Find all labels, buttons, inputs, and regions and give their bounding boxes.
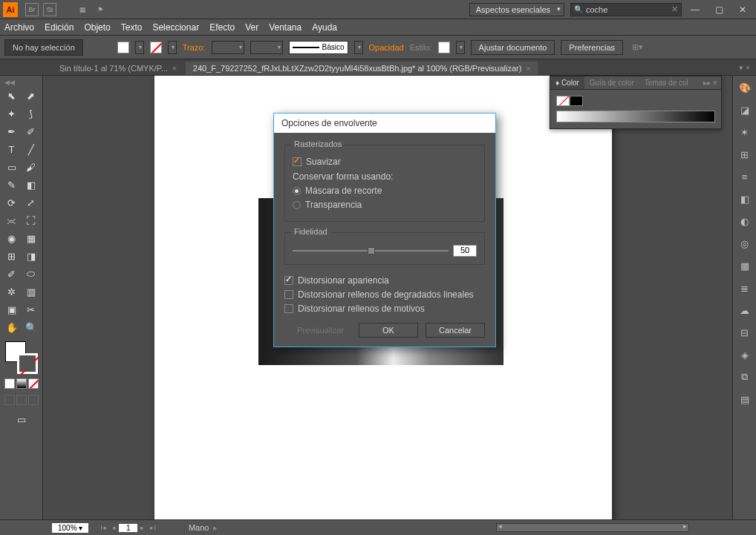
close-tab-icon[interactable]: × (172, 65, 177, 73)
close-button[interactable]: ✕ (732, 3, 753, 16)
color-guide-tab[interactable]: Guía de color (584, 76, 639, 89)
var-width[interactable] (250, 41, 283, 54)
screen-mode-tool[interactable]: ▭ (13, 411, 30, 427)
artboard-tool[interactable]: ▣ (3, 301, 21, 318)
eyedropper-tool[interactable]: ✐ (3, 266, 21, 282)
search-input[interactable]: 🔍coche✕ (570, 3, 682, 16)
menu-texto[interactable]: Texto (121, 22, 143, 33)
slice-tool[interactable]: ✂ (22, 301, 40, 318)
first-artboard-icon[interactable]: I◂ (100, 524, 106, 531)
dist-apariencia-checkbox[interactable] (284, 276, 293, 285)
blend-tool[interactable]: ⬭ (22, 266, 40, 282)
align-panel-icon[interactable]: ⊟ (737, 325, 752, 340)
style-menu[interactable] (456, 41, 465, 54)
next-artboard-icon[interactable]: ▸ (140, 524, 144, 531)
opacity-label[interactable]: Opacidad (369, 43, 404, 52)
fill-swatch[interactable] (117, 42, 129, 53)
dist-degradados-checkbox[interactable] (284, 290, 293, 299)
swatches-panel-icon[interactable]: ◪ (737, 102, 752, 117)
cancel-button[interactable]: Cancelar (426, 323, 485, 338)
last-artboard-icon[interactable]: ▸I (150, 524, 156, 531)
workspace-switcher[interactable]: Aspectos esenciales (469, 3, 564, 16)
dist-motivos-checkbox[interactable] (284, 304, 293, 313)
menu-efecto[interactable]: Efecto (209, 22, 235, 33)
stroke-panel-icon[interactable]: ≡ (737, 169, 752, 184)
rotate-tool[interactable]: ⟳ (3, 194, 21, 211)
pen-tool[interactable]: ✒ (3, 123, 21, 140)
stock-icon[interactable]: St (43, 3, 56, 16)
prev-artboard-icon[interactable]: ◂ (112, 524, 116, 531)
pathfinder-panel-icon[interactable]: ⧉ (737, 370, 752, 384)
suavizar-checkbox[interactable] (293, 157, 302, 166)
line-tool[interactable]: ╱ (22, 141, 40, 157)
transform-panel-icon[interactable]: ◈ (737, 347, 752, 362)
collapse-toolbox-icon[interactable]: ◀◀ (4, 79, 15, 86)
status-menu-icon[interactable]: ▸ (213, 523, 218, 533)
menu-archivo[interactable]: Archivo (4, 22, 34, 33)
stroke-label[interactable]: Trazo: (183, 43, 206, 52)
hand-tool[interactable]: ✋ (3, 319, 21, 335)
appearance-panel-icon[interactable]: ◎ (737, 236, 752, 251)
panel-menu-icon[interactable]: ▸▸ ≡ (700, 76, 721, 89)
minimize-button[interactable]: — (685, 3, 706, 16)
perspective-tool[interactable]: ▦ (22, 230, 40, 246)
maximize-button[interactable]: ▢ (708, 3, 729, 16)
preferences-button[interactable]: Preferencias (561, 40, 623, 55)
document-setup-button[interactable]: Ajustar documento (471, 40, 555, 55)
color-tab[interactable]: ♦ Color (550, 76, 584, 89)
menu-objeto[interactable]: Objeto (84, 22, 110, 33)
actions-panel-icon[interactable]: ▤ (737, 392, 752, 407)
panel-toggle-icon[interactable]: ⊞▾ (632, 42, 643, 52)
brushes-panel-icon[interactable]: ✶ (737, 125, 752, 140)
zoom-tool[interactable]: 🔍 (22, 319, 40, 335)
mascara-radio[interactable] (293, 187, 301, 195)
bridge-icon[interactable]: Br (25, 3, 39, 16)
libraries-panel-icon[interactable]: ☁ (737, 303, 752, 318)
color-panel[interactable]: ♦ Color Guía de color Temas de col ▸▸ ≡ (550, 76, 722, 129)
color-themes-tab[interactable]: Temas de col (639, 76, 694, 89)
stroke-weight[interactable] (212, 41, 244, 54)
ok-button[interactable]: OK (359, 323, 418, 338)
previsualizar-checkbox[interactable] (284, 326, 293, 335)
gradient-tool[interactable]: ◨ (22, 248, 40, 264)
free-transform-tool[interactable]: ⛶ (22, 212, 40, 229)
paintbrush-tool[interactable]: 🖌 (22, 159, 40, 175)
symbols-panel-icon[interactable]: ⊞ (737, 147, 752, 162)
clear-search-icon[interactable]: ✕ (671, 4, 678, 14)
selection-tool[interactable]: ⬉ (3, 88, 21, 104)
brush-def[interactable]: Básico (289, 41, 348, 54)
direct-selection-tool[interactable]: ⬈ (22, 88, 40, 104)
fill-menu[interactable] (135, 41, 144, 54)
width-tool[interactable]: ⩙ (3, 212, 21, 229)
menu-ayuda[interactable]: Ayuda (312, 22, 337, 33)
canvas[interactable]: Opciones de envolvente Rasterizados Suav… (43, 76, 732, 519)
scale-tool[interactable]: ⤢ (22, 194, 40, 211)
shaper-tool[interactable]: ✎ (3, 177, 21, 193)
fill-stroke-control[interactable] (5, 341, 38, 374)
graphic-styles-panel-icon[interactable]: ▦ (737, 258, 752, 273)
lasso-tool[interactable]: ⟆ (22, 105, 40, 122)
style-swatch[interactable] (438, 42, 450, 53)
type-tool[interactable]: T (3, 141, 21, 157)
zoom-combo[interactable]: 100% ▾ (52, 523, 88, 533)
stroke-swatch[interactable] (150, 42, 162, 53)
arrange-docs-icon[interactable]: ▦ (76, 3, 89, 16)
panel-fill-stroke[interactable] (556, 96, 715, 106)
menu-ver[interactable]: Ver (245, 22, 258, 33)
fidelidad-slider[interactable] (293, 250, 449, 252)
mesh-tool[interactable]: ⊞ (3, 248, 21, 264)
magic-wand-tool[interactable]: ✦ (3, 105, 21, 122)
artboard-number[interactable]: 1 (119, 524, 138, 532)
color-spectrum[interactable] (556, 111, 715, 122)
close-tab-icon[interactable]: × (526, 65, 530, 73)
rectangle-tool[interactable]: ▭ (3, 159, 21, 175)
tab-overflow[interactable]: ▾ × (733, 61, 756, 75)
color-panel-icon[interactable]: 🎨 (737, 80, 752, 95)
symbol-sprayer-tool[interactable]: ✲ (3, 283, 21, 300)
menu-seleccionar[interactable]: Seleccionar (152, 22, 199, 33)
transparency-panel-icon[interactable]: ◐ (737, 214, 752, 229)
doc-tab-2[interactable]: 240_F_79227252_fRJxLbLtXZzw2D2tyyuMI4i58… (186, 62, 538, 75)
doc-tab-1[interactable]: Sin título-1 al 71% (CMYK/P...× (52, 62, 184, 75)
color-mode-swatches[interactable] (4, 378, 39, 389)
draw-mode-icons[interactable] (4, 395, 39, 405)
